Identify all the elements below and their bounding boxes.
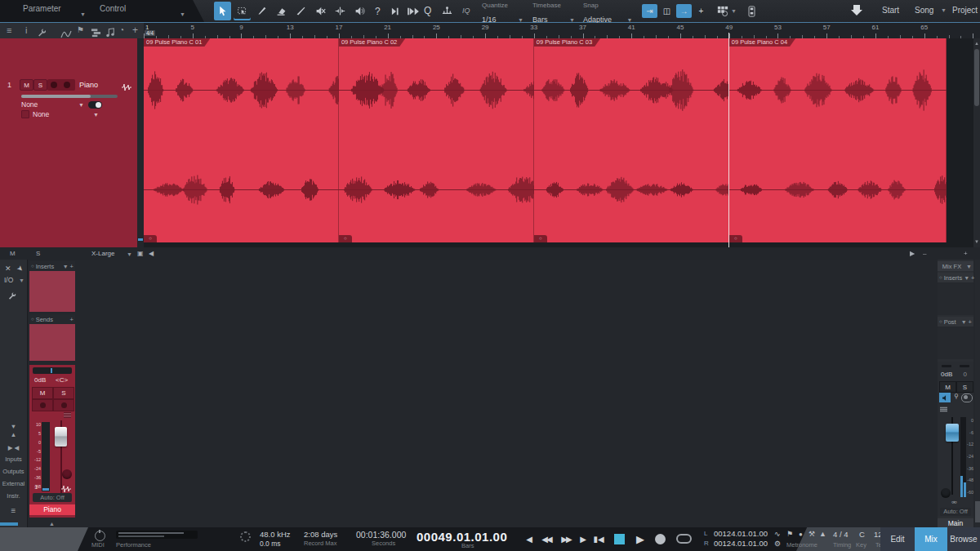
channel-name-label[interactable]: Piano bbox=[29, 504, 75, 515]
record-arm-icon[interactable] bbox=[51, 82, 57, 88]
inspector-icon[interactable]: i bbox=[25, 25, 27, 35]
monitor-toggle[interactable] bbox=[88, 101, 102, 109]
volume-readout[interactable]: 0dB bbox=[34, 376, 46, 384]
arrange-canvas[interactable]: 09 Pulse Piano C 01○09 Pulse Piano C 02○… bbox=[144, 38, 973, 247]
zoom-level-dropdown[interactable]: X-Large bbox=[91, 250, 114, 257]
sends-header[interactable]: ○ Sends + bbox=[29, 314, 75, 324]
sends-add-icon[interactable]: + bbox=[70, 316, 74, 323]
power-icon2[interactable]: ○ bbox=[31, 317, 34, 322]
post-power-icon[interactable]: ○ bbox=[939, 319, 942, 324]
console-hscroll-thumb[interactable] bbox=[0, 522, 18, 526]
clip-gain-handle[interactable]: ○ bbox=[339, 235, 352, 242]
vscroll-thumb[interactable] bbox=[974, 49, 979, 106]
track-name[interactable]: Piano bbox=[79, 81, 98, 89]
snap-zero-crossing-toggle[interactable]: + bbox=[693, 4, 709, 18]
audio-clip[interactable]: 09 Pulse Piano C 01○ bbox=[144, 38, 339, 242]
next-marker-button[interactable]: ▶ bbox=[577, 527, 590, 551]
snap-relative-toggle[interactable]: ◫ bbox=[659, 4, 675, 18]
monitor-icon[interactable] bbox=[64, 82, 70, 88]
eraser-tool-button[interactable] bbox=[273, 2, 290, 20]
paint-tool-button[interactable] bbox=[292, 2, 310, 20]
mono-icon[interactable] bbox=[961, 393, 973, 402]
scroll-down-icon[interactable]: ▼ bbox=[974, 239, 979, 244]
collapse-up-icon[interactable]: ▲ bbox=[0, 431, 27, 438]
song-caret-icon[interactable]: ▼ bbox=[941, 7, 947, 13]
main-cue-knob[interactable] bbox=[941, 488, 951, 498]
track-solo-button[interactable]: S bbox=[33, 79, 47, 91]
click-wrench-icon[interactable]: ⚒ bbox=[808, 530, 815, 538]
main-pan-left[interactable] bbox=[942, 365, 951, 367]
main-volume-readout[interactable]: 0dB bbox=[941, 371, 952, 378]
timeline-ruler[interactable]: 1 4/4 591317212529333741454953576165 bbox=[144, 23, 980, 39]
tempo-tap-icon[interactable]: ∿ bbox=[774, 530, 781, 538]
help-button[interactable]: ? bbox=[375, 6, 381, 17]
marker-flag-icon[interactable]: ⚑ bbox=[77, 25, 84, 34]
scroll-left-icon[interactable]: ◀ bbox=[149, 250, 154, 257]
arrow-tool-button[interactable] bbox=[214, 2, 231, 20]
rewind-button[interactable]: ◀◀ bbox=[537, 527, 555, 551]
main-inserts-add-icon[interactable]: + bbox=[971, 274, 974, 282]
split-tool-button[interactable] bbox=[253, 2, 270, 20]
snap-to-grid-toggle[interactable]: ⇥ bbox=[642, 4, 657, 18]
precount-icon[interactable]: ● bbox=[799, 531, 803, 538]
channel-mute-button[interactable]: M bbox=[32, 387, 53, 399]
headphone-icon[interactable]: ⚲ bbox=[954, 393, 959, 400]
grid-settings-button[interactable] bbox=[714, 2, 731, 20]
clip-gain-handle[interactable]: ○ bbox=[144, 235, 157, 242]
clip-name-tab[interactable]: 09 Pulse Piano C 04 bbox=[729, 38, 795, 47]
follow-edit-button[interactable] bbox=[404, 2, 421, 20]
play-button[interactable]: ▶ bbox=[633, 527, 648, 551]
main-fader-cap[interactable] bbox=[946, 424, 959, 442]
resize-handle-icon2[interactable] bbox=[140, 238, 143, 241]
audio-clip[interactable]: 09 Pulse Piano C 04○ bbox=[729, 38, 947, 242]
track-list-menu-icon[interactable]: ≡ bbox=[7, 25, 11, 35]
io-dropdown[interactable]: I/O bbox=[4, 276, 13, 284]
channel-solo-button[interactable]: S bbox=[53, 387, 74, 399]
key-value[interactable]: C bbox=[859, 530, 865, 539]
time-sig-value[interactable]: 4 / 4 bbox=[833, 530, 849, 539]
track-lane[interactable]: 09 Pulse Piano C 01○09 Pulse Piano C 02○… bbox=[144, 38, 973, 242]
main-pan-readout[interactable]: 0 bbox=[964, 371, 967, 378]
output-caret-icon[interactable]: ▼ bbox=[93, 112, 99, 118]
start-page-button[interactable]: Start bbox=[882, 6, 899, 15]
fader-cap[interactable] bbox=[55, 427, 67, 447]
metronome-icon[interactable]: ▲ bbox=[819, 530, 826, 538]
main-pan-right[interactable] bbox=[960, 365, 969, 367]
input-caret-icon[interactable]: ▼ bbox=[78, 102, 84, 108]
browse-view-button[interactable]: Browse bbox=[947, 527, 980, 551]
clip-gain-handle[interactable]: ○ bbox=[534, 235, 547, 242]
console-nav-outputs[interactable]: Outputs bbox=[0, 468, 27, 475]
zoom-caret-icon[interactable]: ▼ bbox=[127, 251, 132, 257]
listen-tool-button[interactable] bbox=[351, 2, 368, 20]
clock-icon[interactable]: ◔ bbox=[119, 25, 124, 34]
io-caret-icon[interactable]: ▼ bbox=[19, 278, 24, 283]
audio-clip[interactable]: 09 Pulse Piano C 02○ bbox=[339, 38, 534, 242]
plugin-nap-button[interactable] bbox=[743, 2, 760, 20]
zoom-out-icon[interactable]: – bbox=[923, 250, 926, 257]
scroll-up-icon[interactable]: ▲ bbox=[974, 41, 979, 46]
cue-knob[interactable] bbox=[62, 469, 72, 479]
autoscroll-button[interactable] bbox=[387, 2, 404, 20]
bend-tool-button[interactable] bbox=[332, 2, 349, 20]
mix-view-button[interactable]: Mix bbox=[915, 527, 947, 551]
audio-clip[interactable]: 09 Pulse Piano C 03○ bbox=[534, 38, 729, 242]
loop-button[interactable] bbox=[676, 534, 692, 544]
inserts-header[interactable]: ○ Inserts ▼+ bbox=[29, 261, 75, 271]
zoom-button[interactable]: Q bbox=[424, 5, 431, 16]
close-console-icon[interactable]: ✕ bbox=[5, 264, 11, 273]
track-header[interactable]: 1 M S Piano None ▼ None ▼ bbox=[0, 38, 137, 247]
console-nav-external[interactable]: External bbox=[0, 480, 27, 487]
add-track-icon[interactable]: + bbox=[132, 24, 138, 36]
main-inserts-box[interactable] bbox=[938, 282, 973, 315]
main-inserts-header[interactable]: ○ Inserts ▼+ bbox=[938, 273, 973, 282]
macro-button[interactable] bbox=[439, 2, 456, 20]
stop-button[interactable] bbox=[614, 534, 625, 544]
clip-name-tab[interactable]: 09 Pulse Piano C 02 bbox=[339, 38, 405, 47]
main-power-icon[interactable]: ○ bbox=[939, 275, 942, 280]
clip-gain-handle[interactable]: ○ bbox=[729, 235, 742, 242]
narrow-channels-icon[interactable]: ▶ ◀ bbox=[0, 444, 27, 451]
main-layout-grid-icon[interactable] bbox=[940, 407, 947, 412]
track-input-dropdown[interactable]: None bbox=[21, 100, 38, 109]
track-mute-button[interactable]: M bbox=[20, 79, 33, 91]
download-arrow-icon[interactable] bbox=[849, 4, 864, 20]
